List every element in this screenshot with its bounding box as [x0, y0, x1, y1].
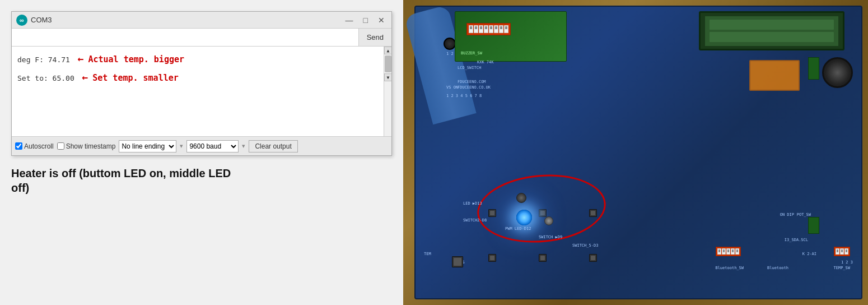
baud-dropdown-arrow-icon: ▾ [242, 142, 245, 150]
annotation-2: Set temp. smaller [92, 73, 179, 83]
clear-output-button[interactable]: Clear output [249, 140, 297, 152]
toolbar: Autoscroll Show timestamp No line ending… [12, 136, 391, 155]
dip-slot-5 [489, 25, 493, 33]
board-photo: BUZZER_SW [403, 0, 868, 305]
label-vs-on: VS ON [446, 85, 458, 90]
serial-monitor-window: ∞ COM3 — □ ✕ Send deg F: 74.71 ← Actual … [11, 11, 392, 156]
window-title: COM3 [31, 16, 52, 24]
send-button[interactable]: Send [359, 29, 391, 46]
title-bar: ∞ COM3 — □ ✕ [12, 12, 391, 29]
scrollbar-thumb[interactable] [385, 56, 391, 72]
pcb-board: BUZZER_SW [414, 6, 862, 299]
title-bar-left: ∞ COM3 [16, 15, 52, 26]
tact-switch-6 [589, 254, 597, 262]
dip-slot-3 [479, 25, 483, 33]
scrollbar[interactable]: ▲ ▼ [384, 47, 391, 136]
label-pot-sw: POT_SW [797, 212, 811, 217]
scroll-up-button[interactable]: ▲ [384, 47, 391, 54]
label-k-ai: K 2-AI [802, 252, 816, 256]
output-line-2: Set to: 65.00 ← Set temp. smaller [17, 70, 386, 86]
dip-slot-8 [504, 25, 508, 33]
dip-slot-7 [499, 25, 503, 33]
timestamp-checkbox[interactable] [57, 142, 64, 150]
output-line-1: deg F: 74.71 ← Actual temp. bigger [17, 51, 386, 67]
autoscroll-checkbox-label[interactable]: Autoscroll [15, 142, 54, 150]
input-row: Send [12, 29, 391, 47]
dip-switch-group-top [466, 23, 511, 35]
close-button[interactable]: ✕ [376, 16, 387, 24]
line-ending-select[interactable]: No line ending Newline Carriage return B… [119, 140, 176, 152]
dip2-slot-2 [722, 248, 726, 255]
green-connector-2 [808, 217, 819, 234]
pcb-label-buzzer: BUZZER_SW [461, 51, 482, 56]
dip3-slot-3 [844, 248, 848, 255]
serial-input[interactable] [12, 29, 359, 46]
dip2-slot-3 [726, 248, 730, 255]
arrow-1: ← [78, 53, 84, 64]
dip-slot-4 [484, 25, 488, 33]
output-area: deg F: 74.71 ← Actual temp. bigger Set t… [12, 47, 391, 136]
label-switch5-d3: SWITCH_5-D3 [572, 243, 598, 248]
left-panel: ∞ COM3 — □ ✕ Send deg F: 74.71 ← Actual … [0, 0, 403, 305]
lcd-display [699, 11, 844, 50]
dip2-slot-1 [717, 248, 721, 255]
maximize-button[interactable]: □ [361, 16, 370, 24]
label-i3-sda-scl: I3_SDA.SCL [785, 238, 808, 242]
lcd-inner [704, 16, 839, 47]
label-kxk-74k: KXK 74K [477, 60, 494, 64]
dip2-slot-4 [731, 248, 735, 255]
label-on-dip: ON DIP [780, 212, 794, 217]
green-connector-1 [808, 57, 819, 80]
label-temp-sw: TEMP_SW [833, 266, 850, 270]
dip-switch-group-2 [716, 247, 741, 256]
label-123-right: 1 2 3 [841, 260, 853, 265]
dip3-slot-2 [840, 248, 844, 255]
timestamp-checkbox-label[interactable]: Show timestamp [57, 142, 116, 150]
label-bluetooth-sw: Bluetooth_SW [715, 266, 744, 270]
label-pwm-led-d12: PWM LED-D12 [505, 227, 531, 231]
dip3-slot-1 [836, 248, 839, 255]
arrow-2: ← [82, 71, 88, 83]
green-pcb-section: BUZZER_SW [455, 11, 567, 62]
window-controls: — □ ✕ [343, 16, 387, 24]
buzzer [444, 38, 456, 50]
scroll-down-button[interactable]: ▼ [384, 73, 391, 81]
small-oled-display [749, 60, 800, 91]
right-panel: BUZZER_SW [403, 0, 868, 305]
tact-switch-5 [539, 254, 547, 262]
autoscroll-checkbox[interactable] [15, 142, 22, 150]
dip-slot-2 [474, 25, 478, 33]
dip-switch-group-3 [834, 247, 850, 256]
label-tem: TEM [424, 252, 431, 256]
dropdown-arrow-icon: ▾ [180, 142, 183, 150]
label-lcd-switch: LCD_SWITCH [458, 66, 481, 70]
annotation-1: Actual temp. bigger [88, 54, 184, 64]
label-switch-d9: SWITCH ▶D9 [539, 235, 562, 239]
label-bluetooth: Bluetooth [767, 266, 788, 270]
dip-slot-6 [494, 25, 498, 33]
tact-switch-4 [488, 254, 496, 262]
rotary-encoder [822, 57, 853, 88]
reset-button [452, 256, 463, 267]
lcd-row-2 [710, 32, 834, 42]
label-fduceeno: FDUCEENO.COM [458, 80, 486, 84]
dip2-slot-5 [735, 248, 739, 255]
arduino-logo-icon: ∞ [16, 15, 27, 26]
caption-text: Heater is off (buttom LED on, middle LED… [11, 166, 235, 195]
label-12345678: 1 2 3 4 5 6 7 8 [446, 94, 482, 98]
lcd-row-1 [710, 20, 834, 30]
minimize-button[interactable]: — [343, 16, 356, 24]
baud-rate-select[interactable]: 9600 baud 300 baud 1200 baud 2400 baud 4… [186, 140, 239, 152]
label-switch2-d8: SWITCH2-D8 [463, 218, 487, 223]
label-12: 1 2 [446, 52, 454, 56]
dip-slot-1 [469, 25, 473, 33]
label-fduceeno-uk: FDUCEENO.CO.UK [458, 85, 491, 90]
label-led-d13: LED ▶D13 [463, 201, 482, 206]
